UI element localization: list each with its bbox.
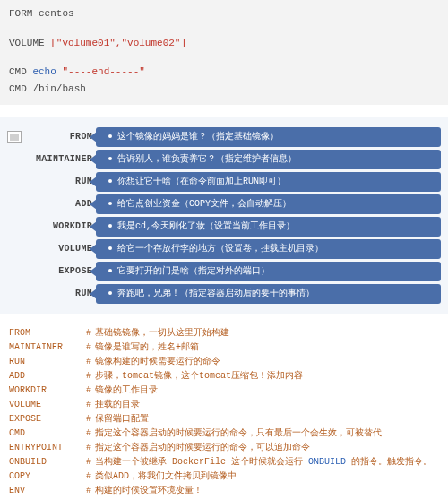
diagram-bubble: 它要打开的门是啥（指定对外的端口）: [96, 262, 441, 281]
diagram-label: RUN: [24, 289, 96, 298]
hash-icon: #: [86, 455, 91, 470]
explain-row: WORKDIR#镜像的工作目录: [9, 384, 439, 398]
code-line: VOLUME ["volume01","volume02"]: [9, 35, 439, 52]
diagram-row: RUN你想让它干啥（在命令前面加上RUN即可）: [4, 172, 441, 192]
hash-icon: #: [86, 484, 91, 498]
diagram-row: ADD给它点创业资金（COPY文件，会自动解压）: [4, 194, 441, 214]
hash-icon: #: [86, 441, 91, 455]
explain-key: WORKDIR: [9, 384, 86, 398]
explain-text: 指定这个容器启动的时候要运行的命令，只有最后一个会生效，可被替代: [95, 427, 439, 441]
explain-key: EXPOSE: [9, 412, 86, 427]
diagram-bubble: 告诉别人，谁负责养它？（指定维护者信息）: [96, 150, 441, 169]
explain-text: 镜像的工作目录: [95, 384, 439, 398]
code-line: FORM centos: [9, 5, 439, 22]
diagram-text: 它要打开的门是啥（指定对外的端口）: [117, 266, 270, 276]
diagram-bubble: 这个镜像的妈妈是谁？（指定基础镜像）: [96, 127, 441, 147]
explain-row: ONBUILD#当构建一个被继承 DockerFile 这个时候就会运行 ONB…: [9, 455, 439, 470]
explain-row: CMD#指定这个容器启动的时候要运行的命令，只有最后一个会生效，可被替代: [9, 427, 439, 441]
hash-icon: #: [86, 470, 91, 484]
bullet-dot-icon: [108, 134, 112, 138]
diagram-row: WORKDIR我是cd,今天刚化了妆（设置当前工作目录）: [4, 217, 441, 237]
diagram-row: EXPOSE它要打开的门是啥（指定对外的端口）: [4, 262, 441, 281]
code-line: CMD echo "----end-----": [9, 64, 439, 81]
diagram-row: RUN奔跑吧，兄弟！（指定容器启动后的要干的事情）: [4, 284, 441, 304]
instruction-diagram: FROM这个镜像的妈妈是谁？（指定基础镜像）MAINTAINER告诉别人，谁负责…: [0, 117, 448, 314]
explain-text: 基础镜镜像，一切从这里开始构建: [95, 326, 439, 341]
hash-icon: #: [86, 384, 91, 398]
diagram-row: MAINTAINER告诉别人，谁负责养它？（指定维护者信息）: [4, 150, 441, 169]
hash-icon: #: [86, 398, 91, 412]
explain-text: 步骤，tomcat镜像，这个tomcat压缩包！添加内容: [95, 369, 439, 384]
explain-text: 类似ADD，将我们文件拷贝到镜像中: [95, 470, 439, 484]
explain-key: COPY: [9, 470, 86, 484]
code-line: CMD /bin/bash: [9, 81, 439, 98]
explain-text: 当构建一个被继承 DockerFile 这个时候就会运行 ONBUILD 的指令…: [95, 455, 439, 470]
diagram-bubble: 我是cd,今天刚化了妆（设置当前工作目录）: [96, 217, 441, 237]
diagram-bubble: 奔跑吧，兄弟！（指定容器启动后的要干的事情）: [96, 284, 441, 304]
diagram-text: 我是cd,今天刚化了妆（设置当前工作目录）: [117, 221, 295, 231]
hash-icon: #: [86, 355, 91, 369]
explain-key: RUN: [9, 355, 86, 369]
explain-text: 镜像构建的时候需要运行的命令: [95, 355, 439, 369]
diagram-label: EXPOSE: [24, 266, 96, 276]
explain-text: 指定这个容器启动的时候要运行的命令，可以追加命令: [95, 441, 439, 455]
bullet-dot-icon: [108, 269, 112, 272]
explain-key: ENV: [9, 484, 86, 498]
hash-icon: #: [86, 341, 91, 355]
diagram-bubble: 给它一个存放行李的地方（设置卷，挂载主机目录）: [96, 239, 441, 259]
diagram-bubble: 给它点创业资金（COPY文件，会自动解压）: [96, 194, 441, 214]
explain-row: MAINTAINER#镜像是谁写的，姓名+邮箱: [9, 341, 439, 355]
explain-row: ADD#步骤，tomcat镜像，这个tomcat压缩包！添加内容: [9, 369, 439, 384]
diagram-text: 这个镜像的妈妈是谁？（指定基础镜像）: [117, 132, 279, 142]
bullet-dot-icon: [108, 224, 112, 228]
explain-key: VOLUME: [9, 398, 86, 412]
explain-row: RUN#镜像构建的时候需要运行的命令: [9, 355, 439, 369]
explain-key: ENTRYPOINT: [9, 441, 86, 455]
explain-row: ENV#构建的时候设置环境变量！: [9, 484, 439, 498]
diagram-row: VOLUME给它一个存放行李的地方（设置卷，挂载主机目录）: [4, 239, 441, 259]
diagram-text: 你想让它干啥（在命令前面加上RUN即可）: [117, 177, 286, 186]
explain-key: ADD: [9, 369, 86, 384]
hash-icon: #: [86, 427, 91, 441]
explain-text: 保留端口配置: [95, 412, 439, 427]
explain-row: VOLUME#挂载的目录: [9, 398, 439, 412]
diagram-label: WORKDIR: [24, 221, 96, 231]
diagram-label: RUN: [24, 177, 96, 186]
diagram-label: FROM: [24, 132, 96, 142]
explain-key: MAINTAINER: [9, 341, 86, 355]
diagram-text: 给它点创业资金（COPY文件，会自动解压）: [117, 199, 291, 209]
bullet-dot-icon: [108, 157, 112, 160]
explain-text: 构建的时候设置环境变量！: [95, 484, 439, 498]
explain-row: COPY#类似ADD，将我们文件拷贝到镜像中: [9, 470, 439, 484]
bullet-dot-icon: [108, 291, 112, 295]
hash-icon: #: [86, 369, 91, 384]
dockerfile-snippet: FORM centos VOLUME ["volume01","volume02…: [0, 0, 448, 105]
bullet-dot-icon: [108, 179, 112, 183]
image-icon: [7, 131, 22, 143]
bullet-dot-icon: [108, 246, 112, 250]
explain-row: FROM#基础镜镜像，一切从这里开始构建: [9, 326, 439, 341]
hash-icon: #: [86, 412, 91, 427]
diagram-label: ADD: [24, 199, 96, 209]
explain-key: CMD: [9, 427, 86, 441]
explain-text: 挂载的目录: [95, 398, 439, 412]
highlight-keyword: ONBUILD: [308, 457, 346, 467]
bullet-dot-icon: [108, 202, 112, 205]
hash-icon: #: [86, 326, 91, 341]
diagram-text: 告诉别人，谁负责养它？（指定维护者信息）: [117, 154, 297, 164]
diagram-text: 给它一个存放行李的地方（设置卷，挂载主机目录）: [117, 244, 323, 254]
diagram-row: FROM这个镜像的妈妈是谁？（指定基础镜像）: [4, 127, 441, 147]
explain-row: EXPOSE#保留端口配置: [9, 412, 439, 427]
diagram-label: MAINTAINER: [24, 154, 96, 164]
explain-key: ONBUILD: [9, 455, 86, 470]
diagram-bubble: 你想让它干啥（在命令前面加上RUN即可）: [96, 172, 441, 192]
instruction-comments: FROM#基础镜镜像，一切从这里开始构建MAINTAINER#镜像是谁写的，姓名…: [0, 314, 448, 500]
diagram-label: VOLUME: [24, 244, 96, 254]
diagram-text: 奔跑吧，兄弟！（指定容器启动后的要干的事情）: [117, 289, 314, 298]
explain-text: 镜像是谁写的，姓名+邮箱: [95, 341, 439, 355]
explain-key: FROM: [9, 326, 86, 341]
explain-row: ENTRYPOINT#指定这个容器启动的时候要运行的命令，可以追加命令: [9, 441, 439, 455]
